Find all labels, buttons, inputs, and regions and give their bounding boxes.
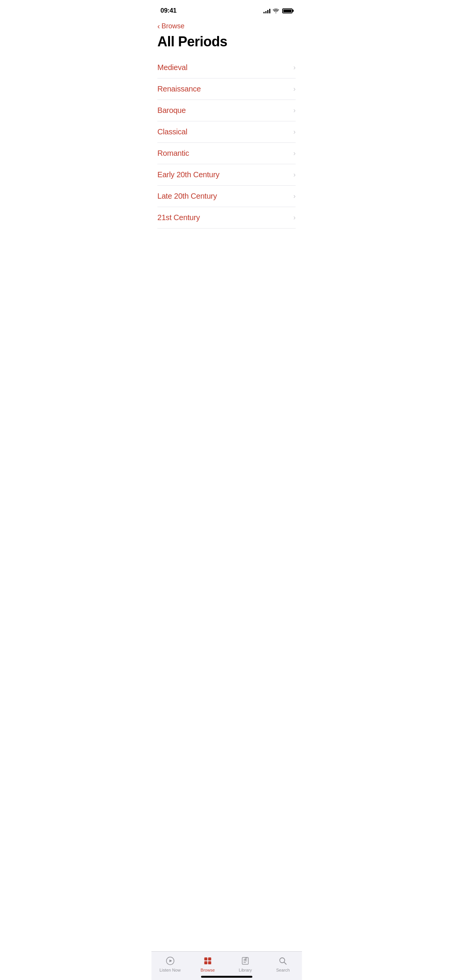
list-item-label-renaissance: Renaissance <box>157 85 201 93</box>
back-label: Browse <box>162 22 185 30</box>
list-item-21st-century[interactable]: 21st Century› <box>157 207 296 229</box>
list-item-baroque[interactable]: Baroque› <box>157 100 296 121</box>
chevron-right-icon: › <box>293 192 296 200</box>
list-item-medieval[interactable]: Medieval› <box>157 57 296 78</box>
status-time: 09:41 <box>160 7 177 15</box>
back-button[interactable]: ‹ Browse <box>151 19 302 32</box>
signal-bars-icon <box>263 8 270 13</box>
list-item-label-romantic: Romantic <box>157 149 189 158</box>
list-item-label-21st-century: 21st Century <box>157 213 200 222</box>
signal-bar-3 <box>267 10 268 13</box>
chevron-right-icon: › <box>293 64 296 72</box>
chevron-right-icon: › <box>293 171 296 179</box>
back-chevron-icon: ‹ <box>157 22 160 30</box>
periods-list: Medieval›Renaissance›Baroque›Classical›R… <box>151 57 302 229</box>
list-item-label-medieval: Medieval <box>157 63 187 72</box>
chevron-right-icon: › <box>293 128 296 136</box>
list-item-label-early-20th-century: Early 20th Century <box>157 170 219 179</box>
list-item-late-20th-century[interactable]: Late 20th Century› <box>157 186 296 207</box>
battery-icon <box>282 8 293 13</box>
signal-bar-1 <box>263 12 265 13</box>
chevron-right-icon: › <box>293 214 296 222</box>
status-icons <box>263 8 293 13</box>
page-title-container: All Periods <box>151 32 302 57</box>
status-bar: 09:41 <box>151 0 302 19</box>
chevron-right-icon: › <box>293 85 296 93</box>
chevron-right-icon: › <box>293 106 296 114</box>
list-item-label-late-20th-century: Late 20th Century <box>157 192 217 201</box>
list-item-early-20th-century[interactable]: Early 20th Century› <box>157 164 296 186</box>
list-item-label-baroque: Baroque <box>157 106 186 115</box>
signal-bar-4 <box>269 9 270 13</box>
list-item-label-classical: Classical <box>157 127 187 136</box>
signal-bar-2 <box>265 11 267 13</box>
list-item-romantic[interactable]: Romantic› <box>157 143 296 164</box>
chevron-right-icon: › <box>293 149 296 157</box>
list-item-classical[interactable]: Classical› <box>157 121 296 143</box>
list-item-renaissance[interactable]: Renaissance› <box>157 78 296 100</box>
page-title: All Periods <box>157 34 296 49</box>
wifi-icon <box>273 8 279 13</box>
battery-fill <box>283 10 291 12</box>
